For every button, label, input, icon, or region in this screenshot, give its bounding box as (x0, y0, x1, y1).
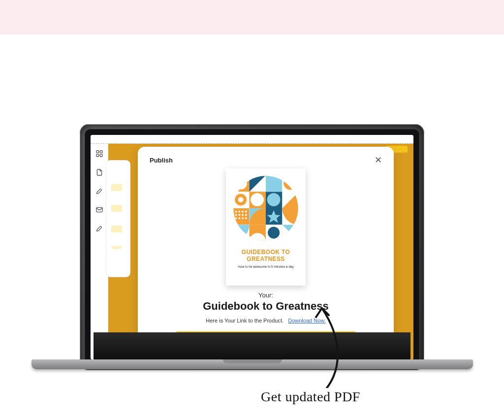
modal-body: GUIDEBOOK TO GREATNESS How to be awesome… (150, 164, 382, 348)
cover-art-icon (233, 175, 299, 241)
cover-title: GUIDEBOOK TO GREATNESS (242, 249, 290, 263)
app-sidebar (91, 144, 108, 359)
svg-point-11 (251, 193, 264, 206)
app-shell: greatness and reach your full potential.… (91, 144, 413, 359)
svg-point-13 (235, 211, 237, 213)
svg-point-22 (239, 217, 241, 219)
product-title: Guidebook to Greatness (203, 300, 329, 313)
svg-point-23 (242, 217, 244, 219)
svg-point-7 (235, 178, 247, 190)
svg-point-20 (245, 214, 247, 216)
svg-point-21 (235, 217, 237, 219)
svg-point-19 (242, 214, 244, 216)
annotation-text: Get updated PDF (261, 389, 360, 405)
product-cover: GUIDEBOOK TO GREATNESS How to be awesome… (226, 168, 306, 286)
svg-point-25 (268, 227, 280, 239)
workspace: greatness and reach your full potential.… (108, 144, 413, 359)
mail-icon[interactable] (95, 206, 103, 216)
your-label: Your: (258, 291, 273, 299)
svg-rect-1 (100, 151, 102, 153)
editor-page-preview (106, 161, 130, 277)
svg-point-15 (242, 211, 244, 213)
modal-header: Publish ✕ (150, 156, 382, 164)
product-link-line: Here is Your Link to the Product. Downlo… (206, 318, 325, 323)
svg-point-10 (238, 197, 244, 202)
svg-point-24 (245, 217, 247, 219)
svg-rect-2 (96, 154, 99, 157)
laptop-notch (223, 359, 282, 363)
grid-icon[interactable] (95, 150, 103, 160)
cover-subtitle: How to be awesome in 5 minutes a day (238, 265, 293, 268)
publish-modal: Publish ✕ (138, 147, 394, 341)
svg-point-16 (245, 211, 247, 213)
svg-point-17 (235, 214, 237, 216)
screen: greatness and reach your full potential.… (91, 135, 413, 359)
cover-title-line2: GREATNESS (247, 256, 284, 262)
rocket-icon[interactable] (95, 187, 103, 197)
close-icon: ✕ (375, 155, 382, 165)
link-text: Here is Your Link to the Product. (206, 318, 284, 323)
svg-point-18 (239, 214, 241, 216)
page-icon[interactable] (95, 168, 103, 178)
launch-icon[interactable] (95, 225, 103, 234)
cover-title-line1: GUIDEBOOK TO (242, 249, 290, 256)
svg-point-14 (239, 211, 241, 213)
close-button[interactable]: ✕ (375, 156, 382, 164)
download-now-link[interactable]: Download Now. (288, 318, 325, 323)
window-topbar (91, 135, 413, 144)
laptop-bezel: greatness and reach your full potential.… (85, 129, 419, 365)
laptop-base (32, 359, 473, 369)
page-header-band (0, 0, 504, 34)
svg-point-12 (267, 193, 281, 206)
svg-point-8 (284, 177, 297, 190)
laptop-keyboard (94, 332, 410, 362)
svg-rect-0 (96, 151, 99, 153)
svg-rect-3 (100, 154, 102, 157)
modal-title: Publish (150, 157, 173, 164)
